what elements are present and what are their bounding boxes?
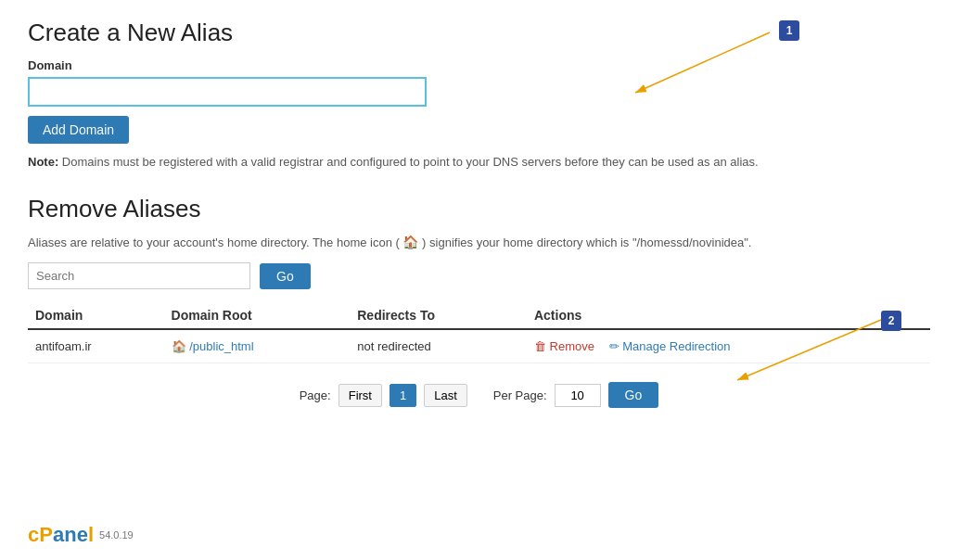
col-actions: Actions [527, 302, 930, 329]
domain-input[interactable] [28, 77, 427, 107]
search-go-button[interactable]: Go [260, 263, 311, 289]
col-domain-root: Domain Root [164, 302, 351, 329]
description-text: Aliases are relative to your account's h… [28, 235, 930, 249]
col-redirects-to: Redirects To [350, 302, 527, 329]
first-page-button[interactable]: First [338, 384, 382, 407]
cell-domain: antifoam.ir [28, 329, 164, 363]
per-page-label: Per Page: [493, 388, 547, 402]
page-label: Page: [300, 388, 331, 402]
cell-domain-root: 🏠 /public_html [164, 329, 351, 363]
remove-action-link[interactable]: 🗑 Remove [534, 339, 598, 353]
col-domain: Domain [28, 302, 164, 329]
remove-aliases-title: Remove Aliases [28, 195, 930, 223]
search-row: Go [28, 262, 930, 289]
table-header-row: Domain Domain Root Redirects To Actions [28, 302, 930, 329]
last-page-button[interactable]: Last [424, 384, 467, 407]
cell-actions: 🗑 Remove ✏ Manage Redirection [527, 329, 930, 363]
cell-redirects-to: not redirected [350, 329, 527, 363]
per-page-input[interactable] [555, 384, 601, 407]
trash-icon: 🗑 [534, 339, 546, 353]
pagination-row: Page: First 1 Last Per Page: Go [28, 382, 930, 408]
aliases-table: Domain Domain Root Redirects To Actions … [28, 302, 930, 363]
table-row: antifoam.ir 🏠 /public_html not redirecte… [28, 329, 930, 363]
domain-field-label: Domain [28, 58, 930, 72]
add-domain-button[interactable]: Add Domain [28, 116, 129, 144]
search-input[interactable] [28, 262, 250, 289]
domain-root-link[interactable]: 🏠 /public_html [172, 339, 254, 353]
home-icon: 🏠 [172, 339, 186, 353]
manage-redirection-link[interactable]: ✏ Manage Redirection [609, 339, 731, 353]
current-page-button[interactable]: 1 [390, 384, 416, 407]
note-text: Note: Domains must be registered with a … [28, 155, 930, 169]
home-icon: 🏠 [402, 235, 418, 249]
per-page-go-button[interactable]: Go [608, 382, 659, 408]
pencil-icon: ✏ [609, 339, 620, 353]
annotation-2: 2 [881, 311, 901, 331]
annotation-1: 1 [779, 20, 799, 41]
